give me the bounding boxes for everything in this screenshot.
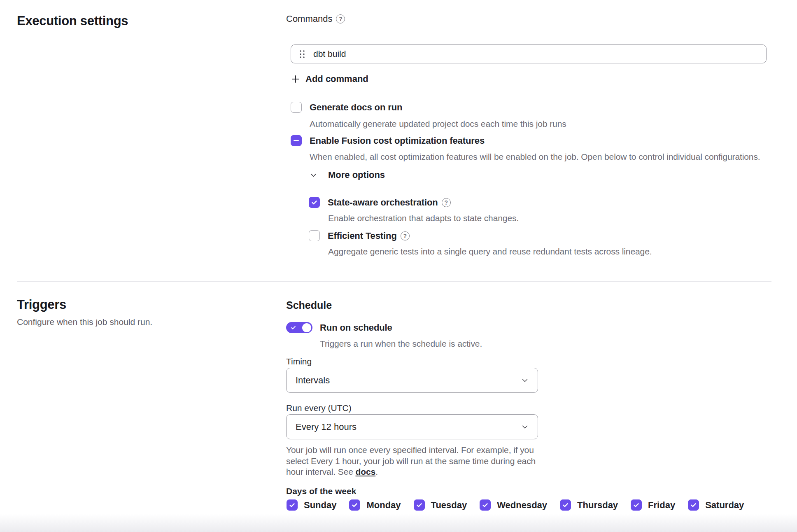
efficient-testing-checkbox[interactable] bbox=[309, 230, 320, 241]
day-item-friday[interactable]: Friday bbox=[631, 499, 675, 511]
chevron-down-icon bbox=[521, 377, 529, 384]
timing-select[interactable]: Intervals bbox=[286, 368, 538, 393]
add-command-button[interactable]: Add command bbox=[291, 74, 368, 84]
sunday-checkbox[interactable] bbox=[287, 499, 298, 511]
interval-help-text: Your job will run once every specified i… bbox=[286, 445, 541, 478]
days-of-week-label: Days of the week bbox=[286, 486, 356, 496]
fusion-checkbox[interactable] bbox=[291, 135, 302, 146]
day-label: Wednesday bbox=[497, 500, 547, 511]
efficient-testing-label[interactable]: Efficient Testing? bbox=[328, 231, 410, 241]
day-label: Saturday bbox=[705, 500, 744, 511]
generate-docs-checkbox[interactable] bbox=[291, 102, 302, 113]
run-on-schedule-label[interactable]: Run on schedule bbox=[320, 322, 392, 333]
thursday-checkbox[interactable] bbox=[560, 499, 571, 511]
more-options-label: More options bbox=[328, 170, 385, 180]
run-every-label: Run every (UTC) bbox=[286, 403, 352, 413]
run-on-schedule-toggle[interactable] bbox=[286, 322, 312, 333]
fusion-description: When enabled, all cost optimization feat… bbox=[310, 152, 760, 162]
efficient-testing-description: Aggregate generic tests into a single qu… bbox=[328, 247, 652, 257]
run-every-select[interactable]: Every 12 hours bbox=[286, 414, 538, 439]
timing-label: Timing bbox=[286, 357, 312, 366]
state-aware-checkbox[interactable] bbox=[309, 197, 320, 208]
commands-help-icon[interactable]: ? bbox=[336, 14, 345, 23]
add-command-label: Add command bbox=[305, 74, 368, 84]
more-options-toggle[interactable]: More options bbox=[310, 170, 385, 180]
run-on-schedule-row: Run on schedule bbox=[286, 322, 392, 333]
generate-docs-description: Automatically generate updated project d… bbox=[310, 119, 566, 129]
generate-docs-row: Generate docs on run bbox=[291, 102, 402, 113]
fusion-label[interactable]: Enable Fusion cost optimization features bbox=[310, 135, 485, 146]
state-aware-description: Enable orchestration that adapts to stat… bbox=[328, 213, 519, 223]
job-settings-page: Execution settings Commands ? dbt build … bbox=[0, 0, 797, 532]
friday-checkbox[interactable] bbox=[631, 499, 642, 511]
state-aware-help-icon[interactable]: ? bbox=[442, 198, 451, 207]
day-item-thursday[interactable]: Thursday bbox=[560, 499, 618, 511]
section-divider bbox=[17, 281, 771, 282]
commands-label: Commands bbox=[286, 14, 332, 24]
state-aware-label[interactable]: State-aware orchestration? bbox=[328, 197, 451, 208]
saturday-checkbox[interactable] bbox=[688, 499, 699, 511]
triggers-subtitle: Configure when this job should run. bbox=[17, 317, 152, 327]
timing-select-value: Intervals bbox=[296, 375, 330, 386]
day-item-monday[interactable]: Monday bbox=[349, 499, 401, 511]
generate-docs-label[interactable]: Generate docs on run bbox=[310, 102, 402, 113]
commands-label-row: Commands ? bbox=[286, 14, 345, 24]
efficient-testing-help-icon[interactable]: ? bbox=[401, 231, 410, 240]
fusion-row: Enable Fusion cost optimization features bbox=[291, 135, 485, 146]
state-aware-row: State-aware orchestration? bbox=[309, 197, 451, 208]
command-value[interactable]: dbt build bbox=[313, 49, 346, 59]
schedule-heading: Schedule bbox=[286, 299, 332, 311]
run-on-schedule-description: Triggers a run when the schedule is acti… bbox=[320, 339, 482, 349]
day-label: Monday bbox=[366, 500, 401, 511]
day-label: Thursday bbox=[577, 500, 618, 511]
day-item-sunday[interactable]: Sunday bbox=[287, 499, 336, 511]
day-item-tuesday[interactable]: Tuesday bbox=[414, 499, 467, 511]
toggle-check-icon bbox=[290, 324, 296, 332]
triggers-title: Triggers bbox=[17, 297, 66, 312]
drag-handle-icon[interactable] bbox=[299, 50, 305, 58]
plus-icon bbox=[291, 75, 300, 84]
efficient-testing-row: Efficient Testing? bbox=[309, 230, 410, 241]
command-input[interactable]: dbt build bbox=[291, 44, 767, 63]
wednesday-checkbox[interactable] bbox=[480, 499, 491, 511]
day-item-saturday[interactable]: Saturday bbox=[688, 499, 744, 511]
tuesday-checkbox[interactable] bbox=[414, 499, 425, 511]
monday-checkbox[interactable] bbox=[349, 499, 360, 511]
day-label: Sunday bbox=[304, 500, 336, 511]
chevron-down-icon bbox=[521, 423, 529, 431]
docs-link[interactable]: docs bbox=[356, 467, 376, 476]
day-label: Friday bbox=[648, 500, 675, 511]
execution-settings-title: Execution settings bbox=[17, 14, 128, 28]
days-of-week-row: Sunday Monday Tuesday Wednesday Thursday bbox=[287, 499, 744, 511]
run-every-select-value: Every 12 hours bbox=[296, 422, 357, 432]
page-bottom-fade bbox=[0, 514, 797, 532]
chevron-down-icon bbox=[310, 171, 317, 179]
day-label: Tuesday bbox=[431, 500, 467, 511]
toggle-knob bbox=[302, 323, 311, 332]
day-item-wednesday[interactable]: Wednesday bbox=[480, 499, 547, 511]
